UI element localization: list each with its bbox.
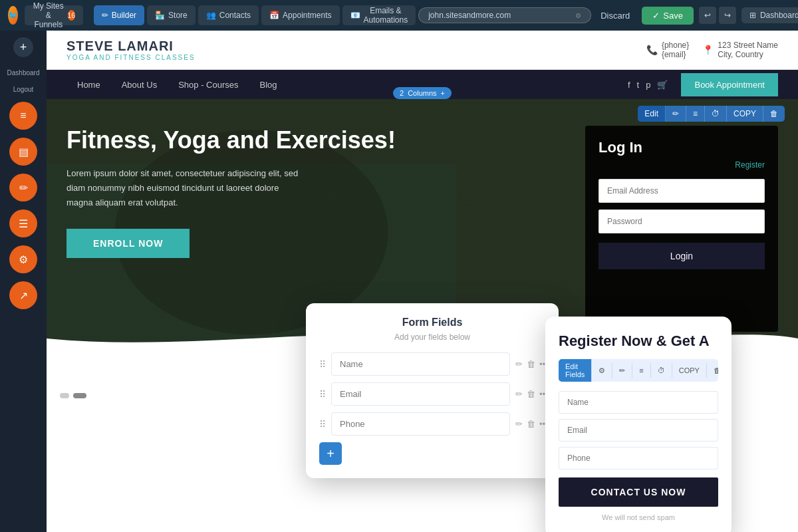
nav-shop[interactable]: Shop - Courses [168, 70, 249, 99]
dot-2 [73, 393, 86, 398]
no-spam-text: We will not send spam [559, 513, 718, 521]
register-title: Register Now & Get A [559, 332, 718, 350]
undo-redo-container: ↩ ↪ [699, 7, 736, 24]
nav-home[interactable]: Home [66, 70, 111, 99]
sidebar-filter-btn[interactable]: ☰ [9, 209, 37, 237]
store-btn[interactable]: 🏪 Store [147, 5, 196, 25]
columns-count: 2 [400, 89, 404, 97]
register-toolbar: Edit Fields ⚙ ✏ ≡ ⏱ COPY 🗑 [559, 359, 718, 382]
twitter-icon[interactable]: t [637, 80, 640, 90]
pagination-dots [60, 393, 86, 398]
login-button[interactable]: Login [598, 243, 765, 269]
url-text: john.sitesandmore.com [428, 11, 511, 20]
timer-toolbar-btn[interactable]: ⏱ [651, 363, 672, 378]
sidebar-settings-btn[interactable]: ⚙ [9, 245, 37, 273]
edit-field-icon-2[interactable]: ✏ [515, 389, 523, 399]
pencil-toolbar-btn[interactable]: ✏ [612, 363, 632, 378]
builder-btn[interactable]: ✏ Builder [94, 5, 144, 25]
edit-field-icon-3[interactable]: ✏ [515, 419, 523, 429]
sidebar-logout-link[interactable]: Logout [11, 83, 37, 96]
sidebar-export-btn[interactable]: ↗ [9, 281, 37, 309]
facebook-icon[interactable]: f [628, 80, 630, 90]
nav-about[interactable]: About Us [111, 70, 168, 99]
redo-button[interactable]: ↪ [719, 7, 736, 24]
contact-phone: 📞 {phone} {email} [646, 41, 689, 59]
left-sidebar: + Dashboard Logout ≡ ▤ ✏ ☰ ⚙ ↗ [0, 31, 47, 532]
sidebar-edit-btn[interactable]: ✏ [9, 174, 37, 201]
dashboard-button[interactable]: ⊞ Dashboard [741, 7, 798, 23]
pencil-btn[interactable]: ✏ [666, 106, 686, 122]
name-field-input[interactable] [331, 352, 510, 376]
edit-fields-btn[interactable]: Edit Fields [559, 359, 592, 382]
edit-toolbar: Edit ✏ ≡ ⏱ COPY 🗑 [638, 106, 785, 122]
builder-label: Builder [112, 11, 136, 20]
appointments-label: Appointments [283, 11, 331, 20]
add-element-btn[interactable]: + [13, 37, 33, 57]
edit-field-icon-1[interactable]: ✏ [515, 359, 523, 369]
phone-field-input[interactable] [331, 412, 510, 436]
sites-funnels-label: My Sites & Funnels [33, 1, 65, 29]
hero-title: Fitness, Yoga and Exercises! [66, 126, 572, 154]
cart-icon[interactable]: 🛒 [657, 80, 668, 90]
more-field-icon-2[interactable]: •• [539, 389, 545, 399]
more-field-icon-1[interactable]: •• [539, 359, 545, 369]
discard-button[interactable]: Discard [594, 7, 636, 24]
emails-btn[interactable]: 📧 Emails & Automations [342, 5, 416, 25]
content-area: STEVE LAMARI YOGA AND FITNESS CLASSES 📞 … [47, 31, 798, 532]
delete-toolbar-btn[interactable]: 🗑 [707, 363, 718, 378]
url-bar-container: john.sitesandmore.com ⚙ [418, 7, 591, 23]
save-button[interactable]: ✓ Save [642, 7, 694, 25]
delete-btn[interactable]: 🗑 [763, 106, 785, 122]
site-logo: STEVE LAMARI YOGA AND FITNESS CLASSES [66, 39, 196, 61]
site-nav-social: f t p 🛒 [628, 80, 668, 90]
sites-funnels-btn[interactable]: My Sites & Funnels 16 [25, 5, 83, 25]
pinterest-icon[interactable]: p [646, 80, 650, 90]
edit-btn[interactable]: Edit [638, 106, 666, 122]
add-field-button[interactable]: + [319, 442, 342, 465]
copy-btn[interactable]: COPY [727, 106, 763, 122]
sidebar-menu-btn[interactable]: ≡ [9, 102, 37, 130]
sidebar-layout-btn[interactable]: ▤ [9, 138, 37, 166]
register-email-input[interactable] [559, 419, 718, 442]
password-input[interactable] [598, 209, 765, 233]
form-fields-modal: Form Fields Add your fields below ⠿ ✏ 🗑 … [306, 303, 559, 478]
top-nav-right: Discard ✓ Save ↩ ↪ ⊞ Dashboard [594, 7, 798, 25]
appointments-btn[interactable]: 📅 Appointments [261, 5, 339, 25]
drag-handle-3[interactable]: ⠿ [319, 419, 326, 430]
enroll-now-button[interactable]: ENROLL NOW [66, 229, 190, 258]
book-appointment-btn[interactable]: Book Appointment [681, 73, 778, 96]
hero-left: Fitness, Yoga and Exercises! Lorem ipsum… [66, 126, 585, 332]
copy-toolbar-btn[interactable]: COPY [672, 363, 707, 378]
contacts-icon: 👥 [206, 11, 216, 20]
appointments-icon: 📅 [269, 11, 279, 20]
lines-toolbar-btn[interactable]: ≡ [632, 363, 650, 378]
add-column-icon[interactable]: + [441, 89, 445, 97]
delete-field-icon-1[interactable]: 🗑 [527, 359, 535, 369]
url-bar[interactable]: john.sitesandmore.com ⚙ [418, 7, 591, 23]
contacts-btn[interactable]: 👥 Contacts [198, 5, 259, 25]
app-logo[interactable]: 🐦 [8, 6, 18, 25]
undo-button[interactable]: ↩ [699, 7, 716, 24]
settings-toolbar-btn[interactable]: ⚙ [592, 363, 612, 378]
drag-handle-1[interactable]: ⠿ [319, 359, 326, 370]
register-phone-input[interactable] [559, 447, 718, 469]
contact-us-button[interactable]: CONTACT US NOW [559, 477, 718, 507]
email-input[interactable] [598, 179, 765, 203]
register-name-input[interactable] [559, 391, 718, 414]
nav-blog[interactable]: Blog [249, 70, 288, 99]
contact-address: 📍 123 Street Name City, Country [702, 41, 778, 59]
login-panel: Log In Register Login [585, 126, 778, 332]
lines-btn[interactable]: ≡ [686, 106, 705, 122]
delete-field-icon-2[interactable]: 🗑 [527, 389, 535, 399]
timer-btn[interactable]: ⏱ [705, 106, 727, 122]
delete-field-icon-3[interactable]: 🗑 [527, 419, 535, 429]
columns-indicator: 2 Columns + [393, 87, 452, 99]
drag-handle-2[interactable]: ⠿ [319, 389, 326, 400]
register-link[interactable]: Register [598, 160, 765, 170]
more-field-icon-3[interactable]: •• [539, 419, 545, 429]
url-settings-icon[interactable]: ⚙ [575, 12, 581, 19]
address-line1: 123 Street Name [718, 41, 778, 50]
sidebar-dashboard-link[interactable]: Dashboard [5, 66, 43, 79]
email-field-input[interactable] [331, 382, 510, 406]
site-nav-links: Home About Us Shop - Courses Blog [66, 70, 628, 99]
